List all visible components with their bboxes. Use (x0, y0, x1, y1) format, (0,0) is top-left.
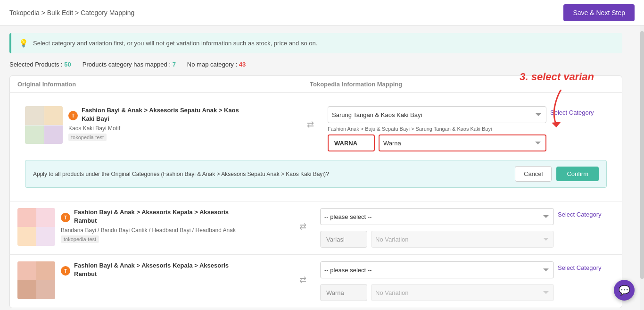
thumb-cell (44, 106, 63, 125)
thumb-cell (17, 280, 36, 299)
product-category-3: Fashion Bayi & Anak > Aksesoris Kepala >… (74, 261, 229, 278)
annotation-arrow (547, 90, 575, 129)
thumb-cell (25, 106, 44, 125)
cancel-button[interactable]: Cancel (515, 166, 552, 182)
thumb-cell (36, 261, 55, 280)
transfer-arrow-2: ⇄ (299, 208, 316, 232)
thumb-cell (44, 126, 63, 144)
variation-label-3: Warna (320, 284, 367, 301)
category-select-row-3: -- please select -- (320, 261, 554, 278)
product-details-1: T Fashion Bayi & Anak > Aksesoris Sepatu… (68, 106, 303, 141)
info-icon: 💡 (19, 39, 28, 48)
stats-row: Selected Products : 50 Products category… (9, 61, 622, 68)
mapped-path-1: Fashion Anak > Baju & Sepatu Bayi > Saru… (328, 126, 546, 132)
category-select-row-1: Sarung Tangan & Kaos Kaki Bayi (328, 106, 546, 123)
product-icon-label-3: T Fashion Bayi & Anak > Aksesoris Kepala… (61, 261, 296, 280)
select-category-anchor-3[interactable]: Select Category (558, 264, 602, 271)
product-info-3: T Fashion Bayi & Anak > Aksesoris Kepala… (17, 261, 296, 299)
thumb-cell (25, 126, 44, 144)
variation-dropdown-1[interactable]: Warna (379, 134, 546, 151)
product-details-3: T Fashion Bayi & Anak > Aksesoris Kepala… (61, 261, 296, 280)
variation-dropdown-3: No Variation (371, 284, 554, 301)
thumb-cell (36, 208, 55, 227)
product-row-2: T Fashion Bayi & Anak > Aksesoris Kepala… (10, 201, 622, 255)
category-dropdown-1[interactable]: Sarung Tangan & Kaos Kaki Bayi (328, 106, 546, 123)
confirm-button[interactable]: Confirm (556, 167, 599, 181)
annotation-text: 3. select varian (520, 71, 594, 83)
select-category-link-2[interactable]: Select Category (558, 208, 614, 218)
save-next-button[interactable]: Save & Next Step (563, 4, 635, 21)
product-icon-label: T Fashion Bayi & Anak > Aksesoris Sepatu… (68, 106, 303, 125)
chat-button[interactable]: 💬 (614, 280, 635, 301)
product-info-2: T Fashion Bayi & Anak > Aksesoris Kepala… (17, 208, 296, 246)
variation-label-2: Variasi (320, 231, 367, 248)
product-badge-2: tokopedia-test (61, 235, 99, 243)
mapped-count: 7 (173, 61, 176, 68)
product-thumb-2 (17, 208, 55, 246)
transfer-arrow-1: ⇄ (307, 106, 324, 130)
product-row-1: T Fashion Bayi & Anak > Aksesoris Sepatu… (10, 93, 622, 201)
product-thumb-3 (17, 261, 55, 299)
annotation-container: 3. select varian Original Information To… (9, 75, 622, 308)
breadcrumb: Tokopedia > Bulk Edit > Category Mapping (9, 9, 134, 17)
variation-row-2: Variasi No Variation (320, 231, 554, 248)
svg-marker-0 (552, 122, 561, 127)
header-bar: Tokopedia > Bulk Edit > Category Mapping… (0, 0, 644, 25)
thumb-cell (36, 280, 55, 299)
tokopedia-icon-3: T (61, 266, 70, 276)
selected-count: 50 (64, 61, 71, 68)
info-banner-text: Select category and variation first, or … (33, 40, 317, 47)
mapping-controls-3: -- please select -- Warna No Variation (320, 261, 554, 301)
transfer-arrow-3: ⇄ (299, 261, 316, 285)
tokopedia-icon-2: T (61, 213, 70, 222)
scrollbar-thumb[interactable] (640, 31, 644, 279)
variation-row-1: WARNA Warna (328, 134, 546, 151)
category-dropdown-3[interactable]: -- please select -- (320, 261, 554, 278)
product-name-1: Kaos Kaki Bayi Motif (68, 125, 303, 132)
select-category-anchor-2[interactable]: Select Category (558, 211, 602, 218)
col-left-header: Original Information (17, 81, 310, 88)
product-details-2: T Fashion Bayi & Anak > Aksesoris Kepala… (61, 208, 296, 243)
confirm-banner: Apply to all products under the Original… (25, 160, 607, 188)
product-row-3: T Fashion Bayi & Anak > Aksesoris Kepala… (10, 255, 622, 308)
mapped-label: Products category has mapped : 7 (83, 61, 176, 68)
scrollbar-track[interactable] (640, 0, 644, 310)
thumb-cell (36, 227, 55, 246)
confirm-banner-wrapper: Apply to all products under the Original… (17, 160, 614, 194)
category-select-row-2: -- please select -- (320, 208, 554, 225)
selected-label: Selected Products : 50 (9, 61, 71, 68)
mapping-table: Original Information Tokopedia Informati… (9, 75, 622, 308)
variation-row-3: Warna No Variation (320, 284, 554, 301)
product-name-2: Bandana Bayi / Bando Bayi Cantik / Headb… (61, 227, 296, 234)
product-category-2: Fashion Bayi & Anak > Aksesoris Kepala >… (74, 208, 229, 225)
product-badge-1: tokopedia-test (68, 134, 107, 141)
mapping-controls-1: Sarung Tangan & Kaos Kaki Bayi Fashion A… (328, 106, 546, 151)
variation-label-1: WARNA (328, 134, 375, 151)
category-dropdown-2[interactable]: -- please select -- (320, 208, 554, 225)
mapping-controls-2: -- please select -- Variasi No Variation (320, 208, 554, 248)
variation-dropdown-2: No Variation (371, 231, 554, 248)
select-category-link-3[interactable]: Select Category (558, 261, 614, 271)
confirm-banner-text: Apply to all products under the Original… (33, 171, 510, 177)
info-banner: 💡 Select category and variation first, o… (9, 33, 622, 53)
thumb-cell (17, 227, 36, 246)
product-thumb-1 (25, 106, 63, 144)
no-map-label: No map category : 43 (187, 61, 246, 68)
product-info-1: T Fashion Bayi & Anak > Aksesoris Sepatu… (25, 106, 303, 144)
product-category-1: Fashion Bayi & Anak > Aksesoris Sepatu A… (82, 106, 239, 123)
thumb-cell (17, 261, 36, 280)
tokopedia-icon: T (68, 111, 78, 120)
main-content: 💡 Select category and variation first, o… (0, 25, 632, 310)
thumb-cell (17, 208, 36, 227)
no-map-count: 43 (239, 61, 246, 68)
product-icon-label-2: T Fashion Bayi & Anak > Aksesoris Kepala… (61, 208, 296, 227)
